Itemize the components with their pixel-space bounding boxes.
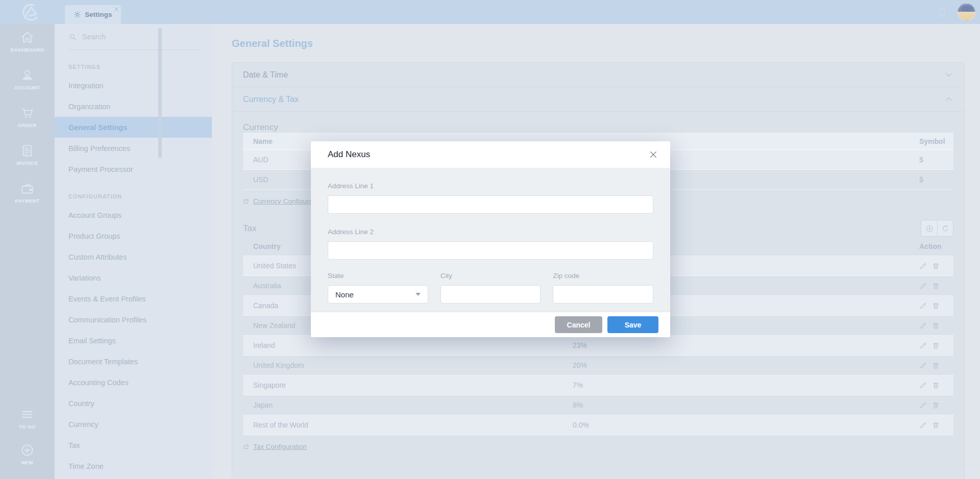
user-icon (20, 68, 34, 82)
modal-footer: Cancel Save (311, 312, 670, 337)
sidebar-item-currency[interactable]: Currency (55, 414, 212, 435)
edit-icon[interactable] (919, 282, 927, 290)
delete-icon[interactable] (932, 282, 940, 290)
add-tax-button[interactable] (921, 220, 937, 236)
tab-close-icon[interactable] (113, 6, 119, 12)
sidebar-item-general-settings[interactable]: General Settings (55, 117, 212, 138)
delete-icon[interactable] (932, 382, 940, 389)
notifications-bell-icon[interactable] (937, 7, 948, 18)
state-selected-value: None (335, 290, 354, 299)
address-line-1-field[interactable] (328, 195, 653, 214)
tax-section-label: Tax (243, 223, 256, 234)
cancel-button[interactable]: Cancel (555, 316, 602, 333)
nav-rail: DASHBOARD ACCOUNT ORDER INVOICE PAYMENT … (0, 24, 55, 479)
sidebar-scrollbar[interactable] (158, 28, 162, 158)
sidebar-item-payment-processor[interactable]: Payment Processor (55, 159, 212, 180)
sidebar-item-country[interactable]: Country (55, 393, 212, 414)
edit-icon[interactable] (919, 302, 927, 310)
rail-item-account[interactable]: ACCOUNT (0, 68, 55, 100)
rail-label: ORDER (18, 122, 37, 128)
tax-actions-cell (909, 262, 953, 270)
tax-actions-cell (909, 421, 953, 429)
state-label: State (328, 272, 428, 281)
edit-icon[interactable] (919, 362, 927, 369)
chevron-down-icon (415, 293, 421, 296)
sidebar-item-product-groups[interactable]: Product Groups (55, 225, 212, 246)
home-icon (20, 31, 34, 44)
state-select[interactable]: None (328, 285, 428, 304)
tax-configuration-link[interactable]: Tax Configuration (253, 443, 307, 450)
tax-country-cell: Singapore (243, 381, 573, 389)
rail-label: ACCOUNT (14, 85, 40, 90)
user-avatar[interactable] (958, 3, 975, 21)
delete-icon[interactable] (932, 342, 940, 349)
sidebar-item-integration[interactable]: Integration (55, 75, 212, 96)
edit-icon[interactable] (919, 382, 927, 389)
menu-icon (20, 408, 34, 421)
city-field[interactable] (440, 285, 541, 304)
sidebar-item-account-groups[interactable]: Account Groups (55, 205, 212, 225)
edit-icon[interactable] (919, 262, 927, 270)
tab-settings[interactable]: Settings (65, 5, 121, 24)
sidebar-item-events-event-profiles[interactable]: Events & Event Profiles (55, 288, 212, 309)
accordion-row-date-time[interactable]: Date & Time (232, 63, 964, 87)
section-header-configuration: CONFIGURATION (68, 193, 212, 199)
currency-symbol-cell: $ (909, 156, 953, 164)
zip-code-field[interactable] (553, 285, 653, 304)
delete-icon[interactable] (932, 421, 940, 429)
wallet-icon (20, 182, 34, 195)
edit-icon[interactable] (919, 342, 927, 349)
chevron-down-icon (944, 70, 953, 79)
modal-header: Add Nexus (311, 141, 670, 168)
rail-item-todo[interactable]: TO DO (0, 408, 55, 439)
tab-label: Settings (85, 11, 112, 18)
external-link-icon (243, 198, 249, 205)
sidebar-item-billing-preferences[interactable]: Billing Preferences (55, 138, 212, 159)
delete-icon[interactable] (932, 401, 940, 409)
rail-label: DASHBOARD (10, 47, 44, 53)
table-row: Rest of the World 0.0% (243, 415, 953, 435)
table-row: United Kingdom 20% (243, 356, 953, 375)
table-row: Ireland 23% (243, 336, 953, 356)
sidebar-item-custom-attributes[interactable]: Custom Attributes (55, 246, 212, 267)
rail-bottom-group: TO DO NEW (0, 408, 55, 479)
tax-country-cell: United Kingdom (243, 361, 573, 369)
sidebar-item-organization[interactable]: Organization (55, 96, 212, 117)
add-nexus-modal: Add Nexus Address Line 1 Address Line 2 … (311, 141, 670, 337)
app-logo-icon[interactable] (14, 1, 43, 23)
modal-title: Add Nexus (328, 149, 370, 160)
tax-actions-cell (909, 362, 953, 369)
sidebar-item-email-settings[interactable]: Email Settings (55, 330, 212, 351)
delete-icon[interactable] (932, 262, 940, 270)
app-window: Settings DASHBOARD ACCOUNT ORDER INVOICE… (0, 0, 980, 479)
search-input[interactable] (82, 33, 184, 41)
rail-item-payment[interactable]: PAYMENT (0, 182, 55, 213)
address-line-2-field[interactable] (328, 241, 653, 260)
delete-icon[interactable] (932, 302, 940, 310)
rail-item-new[interactable]: NEW (0, 443, 55, 475)
sidebar-item-document-templates[interactable]: Document Templates (55, 351, 212, 372)
save-button[interactable]: Save (607, 316, 658, 333)
sidebar-item-variations[interactable]: Variations (55, 267, 212, 288)
sidebar-item-communication-profiles[interactable]: Communication Profiles (55, 309, 212, 330)
edit-icon[interactable] (919, 421, 927, 429)
accordion-row-currency-tax[interactable]: Currency & Tax (232, 87, 964, 112)
refresh-tax-button[interactable] (937, 220, 953, 236)
edit-icon[interactable] (919, 401, 927, 409)
delete-icon[interactable] (932, 322, 940, 330)
col-header-action: Action (909, 242, 953, 250)
rail-item-invoice[interactable]: INVOICE (0, 144, 55, 175)
sidebar-item-accounting-codes[interactable]: Accounting Codes (55, 372, 212, 393)
close-icon[interactable] (649, 150, 658, 159)
delete-icon[interactable] (932, 362, 940, 369)
search-icon (69, 33, 77, 41)
col-header-symbol: Symbol (909, 137, 953, 145)
tax-actions-cell (909, 342, 953, 349)
edit-icon[interactable] (919, 322, 927, 330)
sidebar-item-time-zone[interactable]: Time Zone (55, 456, 212, 476)
sidebar-item-tax[interactable]: Tax (55, 435, 212, 456)
rail-item-order[interactable]: ORDER (0, 106, 55, 138)
accordion-label: Date & Time (243, 70, 288, 80)
refresh-icon (941, 224, 949, 233)
rail-item-dashboard[interactable]: DASHBOARD (0, 31, 55, 62)
